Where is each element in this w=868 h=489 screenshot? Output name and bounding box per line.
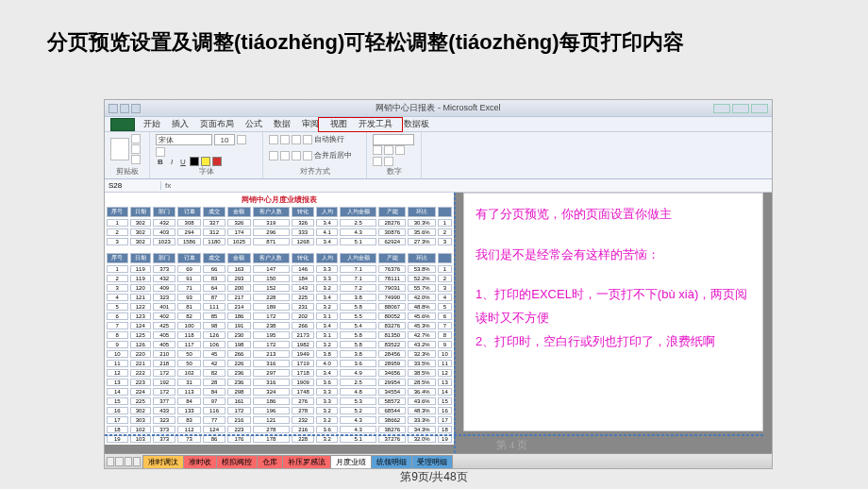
tab-insert[interactable]: 插入 bbox=[169, 118, 192, 131]
sheet-tab-6[interactable]: 统领明细 bbox=[371, 455, 412, 468]
qat-save-icon[interactable] bbox=[108, 104, 118, 113]
cut-icon[interactable] bbox=[131, 134, 141, 143]
border-icon[interactable] bbox=[190, 157, 199, 166]
currency-icon[interactable] bbox=[373, 145, 382, 155]
align-bottom-icon[interactable] bbox=[292, 135, 301, 144]
tab-developer[interactable]: 开发工具 bbox=[356, 118, 395, 131]
align-middle-icon[interactable] bbox=[280, 135, 290, 144]
sheet-tab-1[interactable]: 准时收 bbox=[183, 455, 217, 468]
tab-last-icon[interactable] bbox=[133, 457, 141, 466]
window-title: 网销中心日报表 - Microsoft Excel bbox=[376, 102, 500, 114]
fill-color-icon[interactable] bbox=[201, 157, 210, 166]
fx-icon[interactable]: fx bbox=[161, 181, 175, 190]
comma-icon[interactable] bbox=[395, 145, 405, 155]
shrink-font-icon[interactable] bbox=[156, 147, 165, 157]
number-format-select[interactable] bbox=[373, 134, 414, 145]
sheet-tab-3[interactable]: 仓库 bbox=[257, 455, 283, 468]
sheet-tab-2[interactable]: 模拟阀控 bbox=[216, 455, 258, 468]
worksheet-area[interactable]: 网销中心月度业绩报表序号日期部门订单成交金额客户人数转化人均人均金额产能环比13… bbox=[105, 193, 772, 453]
slide-footer: 第9页/共48页 bbox=[0, 469, 868, 485]
callout-line3a: 1、打印的EXCEL时，一页打不下(bù xià)，两页阅读时又不方便 bbox=[476, 283, 751, 329]
qat-undo-icon[interactable] bbox=[120, 104, 129, 113]
sheet-tab-bar[interactable]: 准时调汰 准时收 模拟阀控 仓库 补压罗感流 月度业绩 统领明细 受理明细 bbox=[105, 453, 772, 468]
paste-icon[interactable] bbox=[110, 138, 129, 160]
group-number: 数字 bbox=[373, 166, 415, 177]
bold-button[interactable]: B bbox=[156, 158, 165, 166]
dec-dec-icon[interactable] bbox=[384, 157, 393, 166]
copy-icon[interactable] bbox=[131, 144, 141, 154]
qat-redo-icon[interactable] bbox=[131, 104, 141, 113]
format-painter-icon[interactable] bbox=[131, 155, 141, 164]
sheet-tab-7[interactable]: 受理明细 bbox=[411, 455, 453, 468]
tab-formulas[interactable]: 公式 bbox=[242, 118, 265, 131]
group-align: 对齐方式 bbox=[269, 166, 360, 177]
sheet-tab-5[interactable]: 月度业绩 bbox=[330, 455, 372, 468]
dec-inc-icon[interactable] bbox=[373, 157, 382, 166]
page-break-vertical[interactable] bbox=[454, 193, 456, 453]
group-clipboard: 剪贴板 bbox=[110, 166, 143, 177]
excel-window: 网销中心日报表 - Microsoft Excel 开始 插入 页面布局 公式 … bbox=[104, 99, 773, 469]
indent-icon[interactable] bbox=[303, 151, 312, 160]
callout-line2: 我们是不是经常会有这样的苦恼： bbox=[476, 244, 751, 267]
callout-line3: 1、打印的EXCEL时，一页打不下(bù xià)，两页阅读时又不方便 2、打印… bbox=[476, 283, 751, 353]
group-font: 字体 bbox=[156, 166, 257, 177]
font-color-icon[interactable] bbox=[212, 157, 222, 166]
file-tab[interactable] bbox=[110, 118, 135, 131]
tab-data[interactable]: 数据 bbox=[271, 118, 293, 131]
align-top-icon[interactable] bbox=[269, 135, 278, 144]
minimize-icon[interactable] bbox=[713, 104, 730, 113]
tab-nav[interactable] bbox=[105, 457, 142, 466]
wrap-text-button[interactable]: 自动换行 bbox=[314, 134, 344, 144]
name-box[interactable]: S28 bbox=[105, 181, 161, 190]
tab-review[interactable]: 审阅 bbox=[299, 118, 322, 131]
grow-font-icon[interactable] bbox=[237, 135, 246, 144]
sheet-tab-4[interactable]: 补压罗感流 bbox=[282, 455, 331, 468]
callout-line1: 有了分页预览，你的页面设置你做主 bbox=[476, 203, 751, 227]
percent-icon[interactable] bbox=[384, 145, 393, 155]
spreadsheet-table[interactable]: 网销中心月度业绩报表序号日期部门订单成交金额客户人数转化人均人均金额产能环比13… bbox=[105, 193, 454, 445]
tab-extra[interactable]: 数据板 bbox=[401, 118, 432, 131]
slide-title: 分页预览设置及调整(tiáozhěng)可轻松调整(tiáozhěng)每页打印… bbox=[47, 28, 821, 58]
quick-access-toolbar[interactable] bbox=[108, 104, 141, 113]
annotation-callout: 有了分页预览，你的页面设置你做主 我们是不是经常会有这样的苦恼： 1、打印的EX… bbox=[463, 193, 763, 431]
tab-first-icon[interactable] bbox=[107, 457, 114, 466]
page-break-horizontal[interactable] bbox=[105, 434, 763, 436]
font-name-select[interactable]: 宋体 bbox=[156, 134, 212, 145]
titlebar: 网销中心日报表 - Microsoft Excel bbox=[105, 100, 772, 117]
tab-view[interactable]: 视图 bbox=[327, 118, 350, 131]
tab-prev-icon[interactable] bbox=[115, 457, 123, 466]
orientation-icon[interactable] bbox=[303, 135, 312, 144]
tab-home[interactable]: 开始 bbox=[141, 118, 163, 131]
align-left-icon[interactable] bbox=[269, 151, 278, 160]
maximize-icon[interactable] bbox=[732, 104, 749, 113]
sheet-tab-0[interactable]: 准时调汰 bbox=[142, 455, 184, 468]
merge-center-button[interactable]: 合并后居中 bbox=[314, 150, 352, 160]
underline-button[interactable]: U bbox=[178, 158, 188, 166]
page-watermark-4: 第 4 页 bbox=[496, 438, 527, 452]
callout-line3b: 2、打印时，空白行或列也打印了，浪费纸啊 bbox=[476, 330, 751, 354]
formula-bar[interactable]: S28 fx bbox=[105, 179, 772, 193]
font-size-select[interactable]: 10 bbox=[214, 134, 235, 145]
ribbon-tabs[interactable]: 开始 插入 页面布局 公式 数据 审阅 视图 开发工具 数据板 bbox=[105, 117, 772, 132]
close-icon[interactable] bbox=[751, 104, 768, 113]
tab-pagelayout[interactable]: 页面布局 bbox=[197, 118, 237, 131]
ribbon: 剪贴板 宋体 10 B I U 字体 bbox=[105, 132, 772, 179]
tab-next-icon[interactable] bbox=[125, 457, 132, 466]
align-center-icon[interactable] bbox=[280, 151, 290, 160]
align-right-icon[interactable] bbox=[292, 151, 301, 160]
italic-button[interactable]: I bbox=[167, 158, 176, 166]
